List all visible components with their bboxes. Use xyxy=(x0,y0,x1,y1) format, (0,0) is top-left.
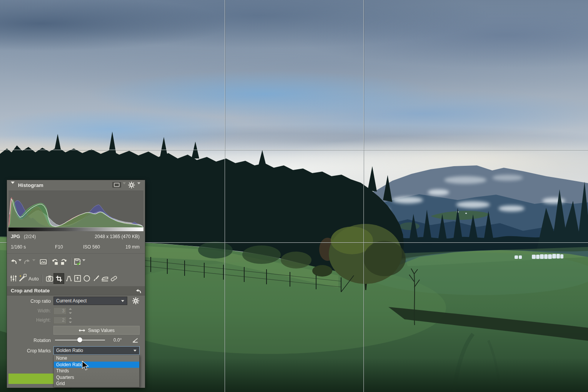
magic-wand-icon xyxy=(18,274,27,282)
menu-item-thirds[interactable]: Thirds xyxy=(54,368,139,374)
histogram-settings-button[interactable] xyxy=(128,182,135,190)
rotate-right-icon xyxy=(60,257,68,266)
exif-iso: ISO 560 xyxy=(83,244,100,250)
width-input[interactable]: 3 xyxy=(53,307,67,315)
divider xyxy=(7,254,145,254)
quick-edits-tool[interactable] xyxy=(9,274,17,282)
rotation-value: 0.0° xyxy=(113,337,122,343)
exif-shutter: 1/160 s xyxy=(11,244,26,250)
sliders-icon xyxy=(9,274,17,282)
overlay-dropdown-caret[interactable] xyxy=(123,184,126,190)
crop-tool-active[interactable] xyxy=(53,273,64,284)
stepper-down-icon xyxy=(69,322,72,323)
save-button[interactable] xyxy=(73,257,82,266)
crop-marks-menu: None Golden Ratio Thirds Quarters Grid xyxy=(53,355,140,387)
image-icon xyxy=(39,258,47,266)
exif-focal-length: 19 mm xyxy=(125,244,140,250)
clone-iron-tool[interactable] xyxy=(100,274,109,282)
app-window: Histogram xyxy=(0,0,588,392)
file-index: (2/24) xyxy=(24,234,36,239)
iron-icon xyxy=(101,274,109,282)
menu-item-grid[interactable]: Grid xyxy=(54,380,139,387)
healing-tool[interactable] xyxy=(110,274,118,282)
file-format: JPG xyxy=(11,234,20,239)
overlay-icon xyxy=(114,183,120,187)
crop-marks-select[interactable]: Golden Ratio xyxy=(53,346,140,355)
toolbar-separator xyxy=(71,258,71,265)
stepper-up-icon xyxy=(69,317,72,319)
crop-ratio-value: Current Aspect xyxy=(56,298,87,304)
histogram-collapse-icon[interactable] xyxy=(11,184,15,189)
rotate-right-button[interactable] xyxy=(60,257,68,266)
exif-row: 1/160 s F10 ISO 560 19 mm xyxy=(11,244,140,250)
crop-guide-horizontal-1 xyxy=(0,150,588,150)
chevron-down-icon xyxy=(133,350,137,352)
height-stepper[interactable] xyxy=(68,317,72,324)
crop-guide-vertical-1 xyxy=(225,0,225,392)
crop-ratio-label: Crop ratio xyxy=(7,299,51,304)
file-dimensions: 2048 x 1365 (470 KB) xyxy=(95,234,140,239)
rotation-label: Rotation xyxy=(7,338,51,343)
auto-label[interactable]: Auto xyxy=(28,276,39,282)
crop-icon xyxy=(55,275,63,283)
chevron-down-icon xyxy=(121,300,124,302)
histogram-overlay-button[interactable] xyxy=(112,182,121,188)
redo-button[interactable] xyxy=(23,257,32,266)
angle-level-icon xyxy=(132,336,139,344)
brush-tool[interactable] xyxy=(92,274,100,282)
file-info-row: JPG(2/24) 2048 x 1365 (470 KB) xyxy=(11,234,140,240)
color-swatch-green xyxy=(8,374,54,384)
auto-enhance-tool[interactable] xyxy=(18,274,27,282)
crop-section-header: Crop and Rotate xyxy=(7,286,145,295)
tonal-gradient-strip xyxy=(8,227,143,231)
set-angle-button[interactable] xyxy=(132,336,139,345)
straighten-lines-icon xyxy=(65,274,73,282)
gear-icon xyxy=(132,297,139,304)
brush-icon xyxy=(92,274,100,282)
width-label: Width: xyxy=(7,308,51,314)
crop-marks-value: Golden Ratio xyxy=(56,348,83,353)
show-original-button[interactable] xyxy=(39,257,47,266)
settings-dropdown-caret[interactable] xyxy=(137,184,140,190)
bandage-icon xyxy=(110,274,118,282)
menu-item-quarters[interactable]: Quarters xyxy=(54,374,139,381)
toolbar-separator xyxy=(48,258,49,265)
width-stepper[interactable] xyxy=(68,307,72,315)
stepper-up-icon xyxy=(69,308,72,310)
undo-dropdown-caret[interactable] xyxy=(18,261,22,267)
straighten-tool[interactable] xyxy=(64,274,73,282)
crop-ratio-settings-button[interactable] xyxy=(132,297,139,305)
rotate-left-icon xyxy=(51,257,59,266)
height-label: Height: xyxy=(7,317,51,323)
deform-tool[interactable] xyxy=(73,274,82,282)
vignette-tool[interactable] xyxy=(82,274,91,282)
swap-arrows-icon xyxy=(78,328,85,333)
redo-dropdown-caret[interactable] xyxy=(32,261,35,267)
histogram-crop-panel: Histogram xyxy=(7,180,145,388)
save-dropdown-caret[interactable] xyxy=(82,261,85,267)
menu-item-golden-ratio[interactable]: Golden Ratio xyxy=(54,362,139,368)
toolbar-separator xyxy=(42,275,43,282)
stepper-down-icon xyxy=(69,312,72,314)
rotate-left-button[interactable] xyxy=(51,257,59,266)
crop-marks-label: Crop Marks xyxy=(7,348,51,354)
gear-icon xyxy=(128,182,135,188)
crop-ratio-select[interactable]: Current Aspect xyxy=(53,297,127,305)
redo-icon xyxy=(23,257,32,266)
frame-arrow-icon xyxy=(73,274,82,282)
menu-item-none[interactable]: None xyxy=(54,355,139,362)
height-input[interactable]: 2 xyxy=(53,317,67,324)
rotation-slider-thumb[interactable] xyxy=(77,337,82,342)
swap-values-label: Swap Values xyxy=(88,328,115,333)
crop-section-title: Crop and Rotate xyxy=(11,288,50,294)
histogram-title: Histogram xyxy=(18,182,43,188)
exif-aperture: F10 xyxy=(55,244,63,250)
reset-crop-button[interactable] xyxy=(134,287,142,295)
crop-guide-vertical-2 xyxy=(363,0,364,392)
ellipse-icon xyxy=(83,274,91,282)
undo-icon xyxy=(9,257,18,266)
camera-tool[interactable] xyxy=(45,274,53,282)
swap-values-button[interactable]: Swap Values xyxy=(53,326,140,335)
reset-arrow-icon xyxy=(134,287,142,295)
undo-button[interactable] xyxy=(9,257,18,266)
